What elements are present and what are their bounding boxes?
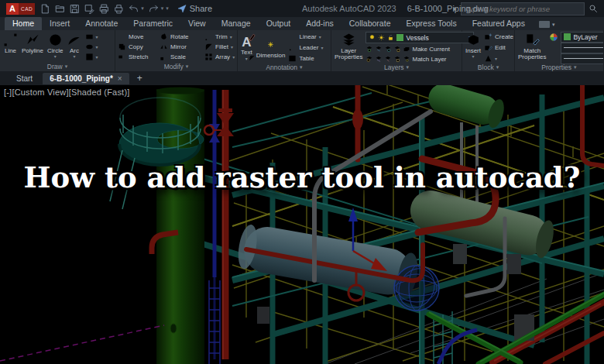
rectangle-button[interactable]: ▾ bbox=[85, 33, 98, 41]
insert-block-button[interactable]: Insert ▾ bbox=[465, 32, 482, 64]
annotation-panel-label[interactable]: Annotation ▾ bbox=[238, 64, 331, 71]
tab-insert[interactable]: Insert bbox=[42, 17, 77, 30]
piping-3d-scene bbox=[0, 85, 604, 364]
table-button[interactable]: Table bbox=[288, 53, 323, 64]
layer-color-swatch bbox=[396, 34, 403, 41]
tab-featured-apps[interactable]: Featured Apps bbox=[465, 17, 533, 30]
object-color-row: ByLayer ▾ bbox=[549, 32, 604, 42]
viewport-controls[interactable]: [-][Custom View][Shaded (Fast)] bbox=[4, 88, 130, 97]
linetype-icon bbox=[549, 54, 558, 64]
linetype-row: ByLayer bbox=[549, 53, 604, 64]
ellipse-button[interactable]: ▾ bbox=[85, 43, 98, 51]
panel-layers: Layer Properties Vessels ▾ Mak bbox=[331, 30, 462, 71]
linear-button[interactable]: Linear ▾ bbox=[288, 32, 323, 42]
tab-collaborate[interactable]: Collaborate bbox=[341, 17, 399, 30]
hatch-button[interactable]: ▾ bbox=[85, 53, 98, 61]
layer-tool-icon[interactable] bbox=[384, 45, 392, 53]
scale-button[interactable]: Scale bbox=[160, 52, 201, 62]
match-layer-button[interactable]: Match Layer bbox=[412, 56, 446, 63]
circle-icon bbox=[48, 33, 63, 47]
close-icon[interactable]: × bbox=[118, 74, 122, 83]
tab-output[interactable]: Output bbox=[259, 17, 299, 30]
layer-tool-icon[interactable] bbox=[375, 55, 383, 63]
overlay-title: How to add raster tool in autocad? bbox=[0, 160, 604, 194]
qat-customize-icon[interactable]: ▾ bbox=[166, 5, 169, 12]
ribbon-display-toggle[interactable]: ▾ bbox=[539, 21, 555, 30]
layer-tool-icon[interactable] bbox=[365, 45, 373, 53]
layer-properties-button[interactable]: Layer Properties bbox=[334, 32, 363, 64]
layer-tool-icon[interactable] bbox=[384, 55, 392, 63]
rotate-button[interactable]: Rotate bbox=[160, 32, 201, 42]
circle-button[interactable]: Circle ▾ bbox=[46, 32, 63, 62]
logo-a: A bbox=[6, 3, 19, 15]
ribbon: Line Polyline Circle ▾ Arc ▾ ▾ bbox=[0, 30, 604, 71]
new-file-icon[interactable] bbox=[40, 4, 50, 14]
block-panel-label[interactable]: Block ▾ bbox=[462, 64, 514, 71]
circle-dropdown-icon: ▾ bbox=[54, 55, 57, 58]
layer-tool-icon[interactable] bbox=[365, 55, 373, 63]
layer-on-icon bbox=[369, 34, 376, 41]
match-properties-button[interactable]: Match Properties bbox=[517, 32, 547, 64]
tab-home[interactable]: Home bbox=[5, 17, 42, 30]
layer-tool-icon[interactable] bbox=[375, 45, 383, 53]
autocad-logo[interactable]: A CAD bbox=[6, 3, 35, 15]
leader-button[interactable]: Leader ▾ bbox=[288, 43, 323, 53]
new-drawing-icon[interactable]: + bbox=[132, 73, 147, 84]
start-tab[interactable]: Start bbox=[9, 73, 39, 84]
create-block-button[interactable]: Create bbox=[484, 32, 513, 42]
tab-add-ins[interactable]: Add-ins bbox=[298, 17, 341, 30]
stretch-button[interactable]: Stretch bbox=[118, 52, 156, 62]
make-current-button[interactable]: Make Current bbox=[412, 46, 449, 53]
undo-dropdown-icon[interactable]: ▾ bbox=[141, 5, 144, 12]
print-icon[interactable] bbox=[114, 4, 124, 14]
undo-icon[interactable] bbox=[129, 4, 139, 14]
dimension-button[interactable]: Dimension bbox=[256, 32, 287, 64]
save-icon[interactable] bbox=[70, 4, 80, 14]
open-folder-icon[interactable] bbox=[55, 4, 65, 14]
hatch-icon bbox=[85, 53, 94, 61]
tab-manage[interactable]: Manage bbox=[214, 17, 259, 30]
plot-icon[interactable] bbox=[99, 4, 109, 14]
save-as-icon[interactable] bbox=[84, 4, 94, 14]
color-wheel-icon bbox=[549, 33, 558, 42]
line-button[interactable]: Line bbox=[2, 32, 19, 62]
modify-panel-label[interactable]: Modify ▾ bbox=[115, 62, 237, 71]
polyline-icon bbox=[26, 33, 40, 47]
edit-block-button[interactable]: Edit bbox=[484, 43, 513, 53]
drawing-canvas[interactable]: [-][Custom View][Shaded (Fast)] How to a… bbox=[0, 85, 604, 364]
properties-panel-label[interactable]: Properties ▾ bbox=[515, 64, 603, 71]
insert-block-icon bbox=[466, 33, 481, 47]
lineweight-dropdown[interactable]: ByLayer bbox=[561, 43, 604, 53]
arc-button[interactable]: Arc ▾ bbox=[66, 32, 82, 62]
object-color-dropdown[interactable]: ByLayer ▾ bbox=[561, 32, 604, 43]
layer-tool-icon[interactable] bbox=[403, 45, 410, 53]
text-button[interactable]: A Text ▾ bbox=[240, 32, 253, 64]
mirror-button[interactable]: Mirror bbox=[160, 42, 201, 52]
drawing-tab[interactable]: 6-B-1000_Piping* × bbox=[43, 73, 129, 84]
layer-dropdown[interactable]: Vessels ▾ bbox=[365, 32, 474, 43]
redo-icon[interactable] bbox=[149, 4, 159, 14]
copy-button[interactable]: Copy bbox=[118, 42, 156, 52]
window-title: Autodesk AutoCAD 2023 6-B-1000_Piping.dw… bbox=[302, 0, 489, 17]
redo-dropdown-icon[interactable]: ▾ bbox=[161, 5, 164, 12]
block-attributes-icon bbox=[484, 54, 492, 63]
layer-tool-icon[interactable] bbox=[393, 55, 401, 63]
tab-parametric[interactable]: Parametric bbox=[125, 17, 180, 30]
tab-express-tools[interactable]: Express Tools bbox=[398, 17, 464, 30]
block-attributes-button[interactable]: ▾ bbox=[484, 53, 513, 64]
layers-panel-label[interactable]: Layers ▾ bbox=[331, 64, 462, 71]
color-swatch bbox=[564, 33, 571, 40]
lineweight-sample bbox=[564, 47, 604, 48]
layer-tool-icon[interactable] bbox=[403, 55, 410, 63]
tab-view[interactable]: View bbox=[180, 17, 214, 30]
linear-icon bbox=[288, 33, 297, 41]
search-icon[interactable] bbox=[589, 4, 598, 13]
layer-tool-icon[interactable] bbox=[393, 45, 401, 53]
linetype-dropdown[interactable]: ByLayer bbox=[561, 53, 604, 64]
share-button[interactable]: Share bbox=[177, 4, 212, 13]
polyline-button[interactable]: Polyline bbox=[21, 32, 44, 62]
draw-extra-tools: ▾ ▾ ▾ bbox=[84, 32, 98, 62]
draw-panel-label[interactable]: Draw ▾ bbox=[0, 62, 115, 71]
tab-annotate[interactable]: Annotate bbox=[77, 17, 125, 30]
move-button[interactable]: Move bbox=[118, 32, 156, 42]
